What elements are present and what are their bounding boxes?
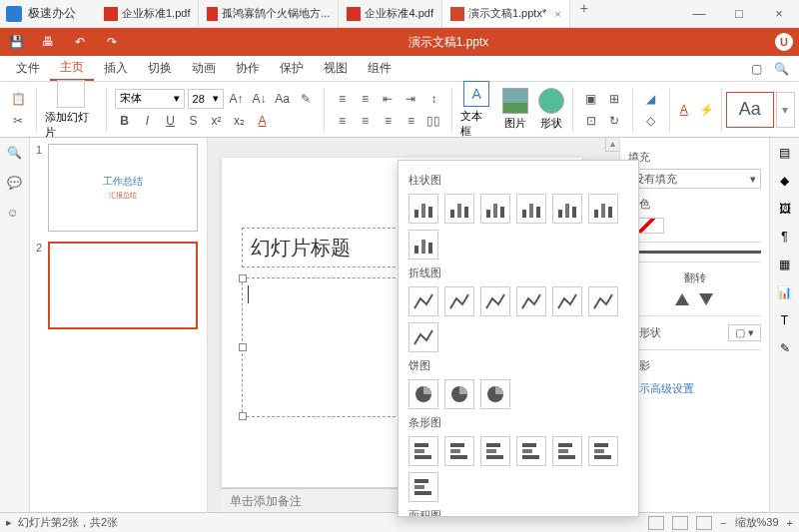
underline-icon[interactable]: U <box>161 111 181 131</box>
chart-type-option[interactable] <box>408 194 438 224</box>
chart-type-option[interactable] <box>444 194 474 224</box>
align-left-icon[interactable]: ≡ <box>332 111 352 131</box>
file-tab-1[interactable]: 孤鸿寡鹄个火锅地方... <box>199 0 339 27</box>
zoom-in-icon[interactable]: + <box>787 517 793 529</box>
chart-type-option[interactable] <box>552 194 582 224</box>
print-icon[interactable]: 🖶 <box>38 32 58 52</box>
outline-toggle-icon[interactable]: ▸ <box>6 516 12 529</box>
expand-styles-button[interactable]: ▾ <box>776 92 795 128</box>
chart-type-option[interactable] <box>480 379 510 409</box>
tab-home[interactable]: 主页 <box>50 56 94 81</box>
rotate-icon[interactable]: ↻ <box>604 111 624 131</box>
line-spacing-icon[interactable]: ↕ <box>423 89 443 109</box>
table-settings-icon[interactable]: ▦ <box>779 258 790 271</box>
align-obj-icon[interactable]: ⊞ <box>604 89 624 109</box>
chart-type-option[interactable] <box>408 286 438 316</box>
tab-collab[interactable]: 协作 <box>226 56 270 81</box>
align-right-icon[interactable]: ≡ <box>378 111 398 131</box>
tab-transition[interactable]: 切换 <box>138 56 182 81</box>
chart-type-option[interactable] <box>444 436 474 466</box>
chart-type-option[interactable] <box>444 379 474 409</box>
shape-select[interactable]: ▢ ▾ <box>728 324 761 341</box>
maximize-button[interactable]: □ <box>719 6 759 21</box>
image-settings-icon[interactable]: 🖼 <box>779 202 791 216</box>
copy-icon[interactable]: 📋 <box>8 89 28 109</box>
increase-font-icon[interactable]: A↑ <box>227 89 247 109</box>
chart-type-option[interactable] <box>552 286 582 316</box>
search-icon[interactable]: 🔍 <box>774 62 789 76</box>
file-tab-2[interactable]: 企业标准4.pdf <box>339 0 441 27</box>
chart-type-option[interactable] <box>588 194 618 224</box>
align-justify-icon[interactable]: ≡ <box>400 111 420 131</box>
user-badge[interactable]: U <box>775 33 793 51</box>
advanced-link[interactable]: 显示高级设置 <box>628 381 761 396</box>
zoom-out-icon[interactable]: − <box>720 517 726 529</box>
chart-type-option[interactable] <box>516 286 546 316</box>
chart-type-option[interactable] <box>480 194 510 224</box>
thumbnail-1[interactable]: 1 工作总结 汇报总结 <box>36 144 201 232</box>
view-normal-icon[interactable] <box>648 516 664 530</box>
image-button[interactable]: 图片 <box>498 88 532 131</box>
chart-type-option[interactable] <box>552 436 582 466</box>
tab-view[interactable]: 视图 <box>314 56 358 81</box>
signature-icon[interactable]: ✎ <box>780 341 790 355</box>
slide-settings-icon[interactable]: ▤ <box>779 146 790 160</box>
decrease-font-icon[interactable]: A↓ <box>250 89 270 109</box>
feedback-rail-icon[interactable]: ☺ <box>7 206 23 222</box>
chart-settings-icon[interactable]: 📊 <box>777 285 792 299</box>
indent-out-icon[interactable]: ⇤ <box>378 89 398 109</box>
shape-settings-icon[interactable]: ◆ <box>780 174 789 188</box>
group-icon[interactable]: ⊡ <box>581 111 601 131</box>
chart-type-option[interactable] <box>408 230 438 260</box>
super-icon[interactable]: x² <box>207 111 227 131</box>
chart-type-option[interactable] <box>588 286 618 316</box>
outline-color-icon[interactable]: ◇ <box>641 111 661 131</box>
change-case-icon[interactable]: Aa <box>273 89 293 109</box>
tab-animation[interactable]: 动画 <box>182 56 226 81</box>
resize-handle[interactable] <box>239 274 247 282</box>
para-settings-icon[interactable]: ¶ <box>781 230 787 244</box>
file-tab-0[interactable]: 企业标准1.pdf <box>96 0 199 27</box>
chart-type-option[interactable] <box>480 286 510 316</box>
chart-type-option[interactable] <box>516 436 546 466</box>
present-icon[interactable]: ▢ <box>751 62 762 76</box>
font-size-select[interactable]: 28▾ <box>188 89 224 109</box>
style-preview[interactable]: Aa <box>726 92 774 128</box>
font-color-icon[interactable]: A <box>253 111 273 131</box>
view-sorter-icon[interactable] <box>672 516 688 530</box>
flip-h-icon[interactable] <box>675 291 691 307</box>
chart-type-option[interactable] <box>408 436 438 466</box>
textbox-button[interactable]: A文本框 <box>456 81 496 139</box>
bold-icon[interactable]: B <box>115 111 135 131</box>
chart-type-option[interactable] <box>408 472 438 502</box>
close-window-button[interactable]: × <box>759 6 799 21</box>
line-style-preview[interactable] <box>628 251 761 254</box>
chart-type-option[interactable] <box>480 436 510 466</box>
view-present-icon[interactable] <box>696 516 712 530</box>
fill-color-icon[interactable]: ◢ <box>641 89 661 109</box>
redo-icon[interactable]: ↷ <box>102 32 122 52</box>
file-tab-3[interactable]: 演示文稿1.pptx*× <box>442 0 570 27</box>
save-icon[interactable]: 💾 <box>6 32 26 52</box>
clear-format-icon[interactable]: ⚡ <box>697 100 717 120</box>
scroll-up-icon[interactable]: ▴ <box>605 138 619 152</box>
italic-icon[interactable]: I <box>138 111 158 131</box>
sub-icon[interactable]: x₂ <box>230 111 250 131</box>
font-select[interactable]: 宋体▾ <box>115 89 185 109</box>
minimize-button[interactable]: — <box>679 6 719 21</box>
tab-insert[interactable]: 插入 <box>94 56 138 81</box>
resize-handle[interactable] <box>239 343 247 351</box>
columns-icon[interactable]: ▯▯ <box>423 111 443 131</box>
comments-rail-icon[interactable]: 💬 <box>7 176 23 192</box>
undo-icon[interactable]: ↶ <box>70 32 90 52</box>
chart-type-option[interactable] <box>516 194 546 224</box>
resize-handle[interactable] <box>239 412 247 420</box>
tab-file[interactable]: 文件 <box>6 56 50 81</box>
bullets-icon[interactable]: ≡ <box>332 89 352 109</box>
numbering-icon[interactable]: ≡ <box>355 89 375 109</box>
new-tab-button[interactable]: + <box>570 0 598 27</box>
chart-type-option[interactable] <box>408 379 438 409</box>
indent-in-icon[interactable]: ⇥ <box>400 89 420 109</box>
chart-type-option[interactable] <box>588 436 618 466</box>
strike-icon[interactable]: S <box>184 111 204 131</box>
